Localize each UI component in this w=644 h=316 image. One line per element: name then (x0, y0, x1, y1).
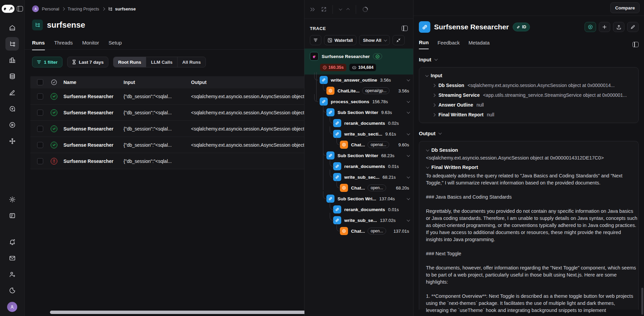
table-row[interactable]: ! Surfsense Researcher {"db_session":"<s… (30, 153, 304, 169)
row-checkbox[interactable] (37, 142, 43, 148)
chevron-right-icon[interactable] (433, 113, 435, 116)
row-checkbox[interactable] (37, 110, 43, 116)
compare-button[interactable]: Compare (610, 2, 640, 13)
input-field-row[interactable]: Db Session <sqlalchemy.ext.asyncio.sessi… (433, 83, 632, 88)
waterfall-view-button[interactable]: Waterfall (324, 35, 356, 45)
trace-node-row[interactable]: ChatLite... openai/gp... 3.56s (304, 85, 413, 96)
horizontal-scrollbar[interactable] (50, 311, 326, 314)
trace-node-row[interactable]: write_answer_outline 3.56s (304, 75, 413, 85)
filter-count-button[interactable]: 1 filter (32, 57, 62, 67)
row-checkbox[interactable] (37, 93, 43, 99)
input-root-node[interactable]: Input (425, 73, 632, 78)
input-field-row[interactable]: Final Written Report null (433, 112, 632, 117)
sidebar-item-deployments[interactable] (5, 134, 19, 148)
run-name[interactable]: Surfsense Researcher (63, 142, 124, 148)
sidebar-item-datasets[interactable] (5, 69, 19, 83)
breadcrumb-tracing-projects[interactable]: Tracing Projects (68, 6, 99, 11)
chevron-down-icon[interactable] (407, 153, 410, 157)
row-checkbox[interactable] (37, 126, 43, 132)
run-name[interactable]: Surfsense Researcher (63, 94, 124, 99)
segment-option[interactable]: All Runs (178, 57, 206, 67)
breadcrumb-personal[interactable]: Personal (42, 6, 59, 11)
tab-run[interactable]: Run (419, 39, 429, 49)
trace-node-row[interactable]: rerank_documents 0.01s (304, 204, 413, 215)
langsmith-logo[interactable] (2, 5, 15, 13)
chevron-down-icon[interactable] (407, 99, 410, 103)
run-name[interactable]: Surfsense Researcher (63, 126, 124, 132)
edit-button[interactable] (627, 22, 639, 32)
trace-root-row[interactable]: Surfsense Researcher 160.35s 104,684 (304, 49, 413, 75)
vertical-scrollbar[interactable] (641, 288, 643, 315)
trace-node-row[interactable]: process_sections 156.78s (304, 96, 413, 107)
split-panel-icon[interactable] (633, 42, 639, 47)
main-tab[interactable]: Monitor (82, 40, 99, 50)
chevron-down-icon[interactable] (407, 110, 410, 114)
collapse-all-button[interactable] (393, 35, 405, 45)
chevron-right-icon[interactable] (433, 84, 435, 87)
segment-option[interactable]: LLM Calls (146, 57, 178, 67)
trace-filter-button[interactable] (310, 35, 321, 45)
table-row[interactable]: ! Surfsense Researcher {"db_session":"<s… (30, 121, 304, 137)
sidebar-item-docs[interactable] (5, 209, 19, 222)
trace-node-row[interactable]: Sub Section Wri... 137.04s (304, 193, 413, 204)
run-id-badge[interactable]: ID (513, 23, 530, 31)
output-section-heading[interactable]: Output (413, 123, 644, 136)
sidebar-item-invite-user[interactable] (5, 267, 19, 281)
input-section-heading[interactable]: Input (413, 49, 644, 62)
sidebar-item-settings[interactable] (5, 193, 19, 206)
breadcrumb-current[interactable]: surfsense (108, 6, 136, 11)
user-avatar[interactable] (7, 302, 17, 312)
run-name[interactable]: Surfsense Researcher (63, 159, 124, 164)
trace-node-row[interactable]: write_sub_sec... 68.21s (304, 172, 413, 182)
prev-run-chevron-icon[interactable] (339, 7, 342, 10)
collapse-sidebar-icon[interactable] (17, 6, 23, 11)
chevron-down-icon[interactable] (407, 197, 410, 200)
show-all-dropdown[interactable]: Show All (359, 35, 390, 45)
chevron-down-icon[interactable] (407, 78, 410, 81)
sidebar-item-mail[interactable] (5, 251, 19, 265)
table-row[interactable]: ! Surfsense Researcher {"db_session":"<s… (30, 88, 304, 105)
sidebar-item-prompts[interactable] (5, 102, 19, 115)
column-header-name[interactable]: Name (63, 80, 124, 85)
add-to-dataset-button[interactable] (599, 22, 610, 32)
sidebar-item-playground[interactable] (5, 118, 19, 132)
double-chevron-right-icon[interactable] (310, 7, 315, 12)
sidebar-item-annotations[interactable] (5, 86, 19, 99)
chevron-right-icon[interactable] (433, 103, 435, 107)
table-row[interactable]: ! Surfsense Researcher {"db_session":"<s… (30, 105, 304, 121)
chevron-down-icon[interactable] (407, 175, 410, 178)
trace-node-row[interactable]: Chat... open... 137.01s (304, 226, 413, 236)
chevron-down-icon[interactable] (407, 132, 410, 135)
input-field-row[interactable]: Streaming Service <app.utils.streaming_s… (433, 92, 632, 98)
table-row[interactable]: ! Surfsense Researcher {"db_session":"<s… (30, 137, 304, 153)
trace-node-row[interactable]: Sub Section Writer 9.63s (304, 107, 413, 118)
select-all-checkbox[interactable] (37, 79, 43, 85)
trace-node-row[interactable]: Chat... openai... 9.60s (304, 139, 413, 150)
trace-node-row[interactable]: write_sub_secti... 9.61s (304, 128, 413, 139)
sidebar-item-tracing-projects[interactable] (5, 37, 19, 51)
trace-node-row[interactable]: rerank_documents 0.01s (304, 161, 413, 172)
trace-node-row[interactable]: write_sub_se... 137.02s (304, 215, 413, 226)
column-header-output[interactable]: Output (191, 80, 304, 85)
date-range-button[interactable]: Last 7 days (67, 57, 109, 67)
tab-feedback[interactable]: Feedback (437, 40, 460, 49)
next-run-chevron-icon[interactable] (346, 8, 350, 11)
chevron-right-icon[interactable] (433, 93, 435, 97)
sidebar-item-dashboards[interactable] (5, 53, 19, 67)
sidebar-item-dark-mode[interactable] (5, 284, 19, 297)
row-checkbox[interactable] (37, 158, 43, 164)
main-tab[interactable]: Setup (109, 40, 122, 50)
segment-option[interactable]: Root Runs (113, 57, 146, 67)
trace-node-row[interactable]: rerank_documents 0.02s (304, 118, 413, 128)
expand-fullscreen-icon[interactable] (321, 7, 326, 12)
output-db-session-node[interactable]: Db Session (426, 147, 632, 153)
chevron-down-icon[interactable] (407, 218, 410, 222)
tab-metadata[interactable]: Metadata (468, 40, 490, 49)
sidebar-item-notifications[interactable] (5, 235, 19, 249)
run-name[interactable]: Surfsense Researcher (63, 110, 124, 115)
trace-node-row[interactable]: Sub Section Writer 68.23s (304, 150, 413, 161)
output-report-node[interactable]: Final Written Report (426, 165, 632, 170)
split-panel-icon[interactable] (402, 26, 408, 31)
main-tab[interactable]: Threads (54, 40, 73, 50)
input-field-row[interactable]: Answer Outline null (433, 102, 632, 108)
